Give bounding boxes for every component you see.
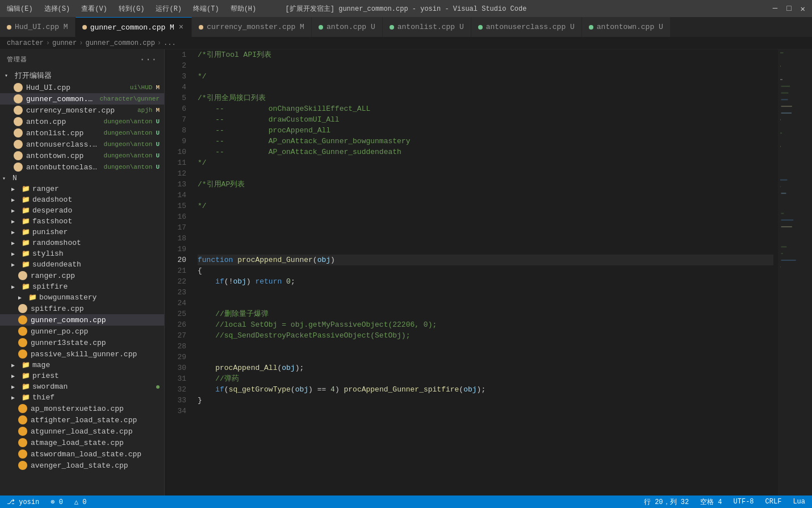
folder-stylish[interactable]: ▶📁 stylish — [0, 248, 164, 259]
menu-item-编辑(E)[interactable]: 编辑(E) — [5, 3, 35, 15]
open-file-1[interactable]: gunner_common.cppcharacter\gunner — [0, 93, 164, 105]
code-line-20[interactable]: function procAppend_Gunner(obj) — [198, 255, 773, 265]
tab-hud_ui[interactable]: Hud_UI.cpp M — [0, 17, 76, 37]
menu-item-运行(R)[interactable]: 运行(R) — [153, 3, 184, 15]
tree-file-atmage_load_state.cpp[interactable]: atmage_load_state.cpp — [0, 437, 164, 448]
folder-bowgunmastery[interactable]: ▶📁 bowgunmastery — [0, 292, 164, 303]
folder-swordman[interactable]: ▶📁 swordman — [0, 381, 164, 392]
menu-item-选择(S)[interactable]: 选择(S) — [42, 3, 73, 15]
code-line-13[interactable]: /*引用AP列表 — [198, 179, 773, 190]
code-line-7[interactable]: -- drawCustomUI_All — [198, 114, 773, 125]
tab-antonuserclass[interactable]: antonuserclass.cpp U — [471, 17, 582, 37]
code-line-8[interactable]: -- procAppend_All — [198, 125, 773, 136]
code-line-33[interactable]: } — [198, 395, 773, 406]
sidebar-menu-icon[interactable]: ··· — [140, 55, 157, 65]
breadcrumb-part-0[interactable]: character — [7, 39, 44, 47]
folder-randomshoot[interactable]: ▶📁 randomshoot — [0, 238, 164, 248]
code-line-23[interactable] — [198, 287, 773, 298]
code-line-15[interactable]: */ — [198, 201, 773, 211]
open-file-3[interactable]: anton.cppdungeon\antonU — [0, 116, 164, 127]
breadcrumb-part-2[interactable]: gunner_common.cpp — [85, 39, 154, 47]
tree-file-ranger.cpp[interactable]: ranger.cpp — [0, 270, 164, 281]
tab-gunner_common[interactable]: gunner_common.cpp M× — [76, 17, 192, 37]
open-editors-header[interactable]: ▾打开编辑器 — [0, 69, 164, 82]
code-line-10[interactable]: -- AP_onAttack_Gunner_suddendeath — [198, 147, 773, 157]
folder-deadshoot[interactable]: ▶📁 deadshoot — [0, 194, 164, 205]
tree-n-header[interactable]: ▾N — [0, 173, 164, 184]
open-file-6[interactable]: antontown.cppdungeon\antonU — [0, 150, 164, 161]
code-line-32[interactable]: if(sq_getGrowType(obj) == 4) procAppend_… — [198, 384, 773, 395]
line-col-status[interactable]: 行 20，列 32 — [642, 497, 691, 507]
code-line-18[interactable] — [198, 233, 773, 244]
tab-close-gunner_common[interactable]: × — [178, 23, 185, 32]
tree-file-passive_skill_gunner.cpp[interactable]: passive_skill_gunner.cpp — [0, 348, 164, 360]
code-line-19[interactable] — [198, 244, 773, 255]
menu-item-转到(G)[interactable]: 转到(G) — [116, 3, 147, 15]
code-area[interactable]: 1234567891011121314151617181920212223242… — [165, 49, 778, 495]
folder-ranger[interactable]: ▶📁 ranger — [0, 184, 164, 194]
folder-mage[interactable]: ▶📁 mage — [0, 360, 164, 370]
code-line-21[interactable]: { — [198, 265, 773, 276]
breadcrumb-part-3[interactable]: ... — [164, 39, 176, 47]
code-line-27[interactable]: //sq_SendDestroyPacketPassiveObject(SetO… — [198, 330, 773, 341]
code-line-14[interactable] — [198, 190, 773, 201]
tab-anton[interactable]: anton.cpp U — [312, 17, 383, 37]
folder-punisher[interactable]: ▶📁 punisher — [0, 227, 164, 238]
code-line-22[interactable]: if(!obj) return 0; — [198, 276, 773, 287]
tree-file-gunner_common.cpp[interactable]: gunner_common.cpp — [0, 314, 164, 326]
code-line-6[interactable]: -- onChangeSkillEffect_ALL — [198, 103, 773, 114]
code-line-9[interactable]: -- AP_onAttack_Gunner_bowgunmastery — [198, 136, 773, 147]
errors-status[interactable]: ⊗ 0 — [48, 498, 65, 506]
tree-file-atfighter_load_state.cpp[interactable]: atfighter_load_state.cpp — [0, 414, 164, 426]
sidebar-content[interactable]: ▾打开编辑器Hud_UI.cppui\HUDMgunner_common.cpp… — [0, 69, 164, 495]
open-file-7[interactable]: antonbuttonclass.cppdungeon\antonU — [0, 161, 164, 173]
code-line-2[interactable] — [198, 60, 773, 71]
folder-thief[interactable]: ▶📁 thief — [0, 392, 164, 403]
code-content[interactable]: /*引用Tool API列表 */ /*引用全局接口列表 -- onChange… — [193, 49, 778, 495]
open-file-5[interactable]: antonuserclass.cppdungeon\antonU — [0, 139, 164, 150]
close-button[interactable]: ✕ — [798, 4, 807, 14]
code-line-1[interactable]: /*引用Tool API列表 — [198, 49, 773, 60]
menu-item-查看(V)[interactable]: 查看(V) — [79, 3, 110, 15]
code-line-30[interactable]: procAppend_All(obj); — [198, 363, 773, 373]
code-line-4[interactable] — [198, 82, 773, 93]
language-status[interactable]: Lua — [790, 498, 807, 506]
code-line-28[interactable] — [198, 341, 773, 352]
tab-antonlist[interactable]: antonlist.cpp U — [383, 17, 471, 37]
code-line-16[interactable] — [198, 211, 773, 222]
code-line-3[interactable]: */ — [198, 71, 773, 82]
code-line-29[interactable] — [198, 352, 773, 363]
folder-priest[interactable]: ▶📁 priest — [0, 370, 164, 381]
encoding-status[interactable]: UTF-8 — [731, 498, 756, 506]
git-branch[interactable]: ⎇ yosin — [5, 498, 41, 506]
tree-file-spitfire.cpp[interactable]: spitfire.cpp — [0, 303, 164, 314]
code-line-25[interactable]: //删除量子爆弹 — [198, 309, 773, 319]
code-line-31[interactable]: //弹药 — [198, 373, 773, 384]
tree-file-avenger_load_state.cpp[interactable]: avenger_load_state.cpp — [0, 460, 164, 471]
line-ending-status[interactable]: CRLF — [763, 498, 784, 506]
menu-item-帮助(H)[interactable]: 帮助(H) — [228, 3, 259, 15]
folder-fastshoot[interactable]: ▶📁 fastshoot — [0, 216, 164, 227]
spaces-status[interactable]: 空格 4 — [698, 497, 724, 507]
folder-desperado[interactable]: ▶📁 desperado — [0, 205, 164, 216]
open-file-0[interactable]: Hud_UI.cppui\HUDM — [0, 82, 164, 93]
code-line-24[interactable] — [198, 298, 773, 309]
code-line-11[interactable]: */ — [198, 157, 773, 168]
code-line-12[interactable] — [198, 168, 773, 179]
code-line-26[interactable]: //local SetObj = obj.getMyPassiveObject(… — [198, 319, 773, 330]
code-line-34[interactable] — [198, 406, 773, 417]
open-file-4[interactable]: antonlist.cppdungeon\antonU — [0, 127, 164, 139]
maximize-button[interactable]: □ — [784, 4, 793, 14]
folder-suddendeath[interactable]: ▶📁 suddendeath — [0, 259, 164, 270]
breadcrumb-part-1[interactable]: gunner — [52, 39, 77, 47]
tree-file-atswordman_load_state.cpp[interactable]: atswordman_load_state.cpp — [0, 448, 164, 460]
tree-file-gunner_po.cpp[interactable]: gunner_po.cpp — [0, 326, 164, 337]
warnings-status[interactable]: △ 0 — [72, 498, 89, 506]
folder-spitfire[interactable]: ▶📁 spitfire — [0, 281, 164, 292]
tab-currency_monster[interactable]: currency_monster.cpp M — [192, 17, 312, 37]
tree-file-ap_monsterxuetiao.cpp[interactable]: ap_monsterxuetiao.cpp — [0, 403, 164, 414]
code-line-17[interactable] — [198, 222, 773, 233]
tree-file-atgunner_load_state.cpp[interactable]: atgunner_load_state.cpp — [0, 426, 164, 437]
tree-file-gunner13state.cpp[interactable]: gunner13state.cpp — [0, 337, 164, 348]
open-file-2[interactable]: currency_monster.cppapjhM — [0, 105, 164, 116]
